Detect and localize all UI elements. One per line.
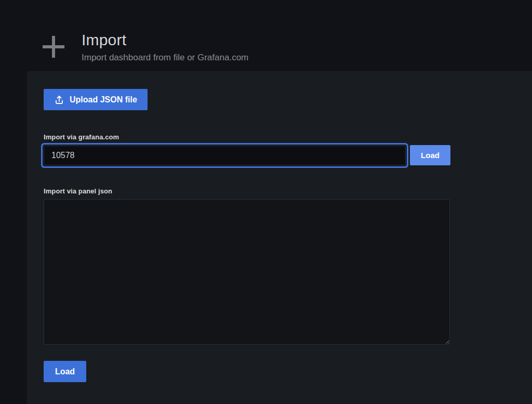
page-heading-group: Import Import dashboard from file or Gra… — [82, 31, 248, 63]
upload-button-label: Upload JSON file — [70, 95, 137, 105]
panel-json-load-button[interactable]: Load — [44, 361, 86, 382]
gcom-dashboard-id-input[interactable] — [44, 146, 406, 165]
page-title: Import — [82, 31, 248, 49]
gcom-load-button[interactable]: Load — [410, 145, 450, 165]
gcom-row: Load — [44, 145, 532, 165]
panel-json-field-label: Import via panel json — [44, 187, 532, 195]
upload-icon — [54, 95, 64, 105]
page-subtitle: Import dashboard from file or Grafana.co… — [82, 53, 248, 63]
panel-json-textarea[interactable] — [44, 199, 450, 345]
import-panel: Upload JSON file Import via grafana.com … — [27, 71, 532, 404]
gcom-field-label: Import via grafana.com — [44, 133, 532, 141]
upload-json-file-button[interactable]: Upload JSON file — [44, 89, 148, 110]
plus-icon — [43, 36, 64, 58]
page-header: Import Import dashboard from file or Gra… — [0, 0, 532, 71]
